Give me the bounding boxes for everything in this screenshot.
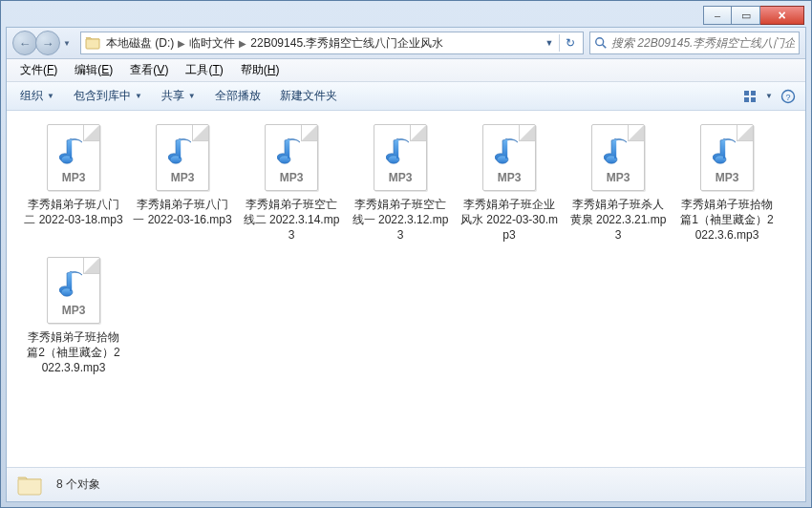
filetype-label: MP3 <box>171 171 195 190</box>
address-bar[interactable]: 本地磁盘 (D:) ▶ 临时文件 ▶ 22B09145.李秀娟空亡线八门企业风水… <box>80 32 584 54</box>
maximize-button[interactable]: ▭ <box>732 6 760 25</box>
close-button[interactable]: × <box>760 6 804 25</box>
chevron-down-icon: ▼ <box>188 92 196 100</box>
filetype-label: MP3 <box>607 171 630 190</box>
file-thumbnail: MP3 <box>482 124 536 191</box>
svg-rect-2 <box>744 91 749 95</box>
search-box[interactable] <box>589 32 800 54</box>
folder-icon <box>16 475 43 496</box>
music-note-icon <box>168 135 197 169</box>
menu-file[interactable]: 文件(F) <box>12 59 65 81</box>
svg-line-1 <box>603 45 607 49</box>
filename-label: 李秀娟弟子班杀人黄泉 2022.3.21.mp3 <box>568 197 668 243</box>
svg-rect-11 <box>179 139 181 159</box>
breadcrumb-2[interactable]: 22B09145.李秀娟空亡线八门企业风水 <box>250 35 443 52</box>
music-note-icon <box>277 135 306 169</box>
file-thumbnail: MP3 <box>47 257 100 324</box>
file-item[interactable]: MP3 李秀娟弟子班八门一 2022-03-16.mp3 <box>133 124 232 243</box>
svg-rect-19 <box>614 139 616 159</box>
breadcrumb-sep-icon: ▶ <box>239 38 246 49</box>
menu-help[interactable]: 帮助(H) <box>233 59 288 81</box>
search-input[interactable] <box>611 36 795 50</box>
chevron-down-icon: ▼ <box>135 92 142 100</box>
nav-row: ← → ▼ 本地磁盘 (D:) ▶ 临时文件 ▶ 22B09145.李秀娟空亡线… <box>7 28 805 59</box>
file-thumbnail: MP3 <box>374 124 427 191</box>
music-note-icon <box>604 135 632 169</box>
music-note-icon <box>495 135 524 169</box>
file-thumbnail: MP3 <box>156 124 209 191</box>
file-item[interactable]: MP3 李秀娟弟子班企业风水 2022-03-30.mp3 <box>459 124 559 243</box>
filetype-label: MP3 <box>716 171 739 190</box>
menu-edit[interactable]: 编辑(E) <box>67 59 120 81</box>
menu-view[interactable]: 查看(V) <box>122 59 176 81</box>
chevron-down-icon: ▼ <box>47 92 54 100</box>
breadcrumb-1[interactable]: 临时文件 <box>189 35 235 52</box>
forward-button[interactable]: → <box>35 31 60 55</box>
svg-rect-17 <box>505 139 507 159</box>
status-bar: 8 个对象 <box>7 467 805 501</box>
chevron-down-icon[interactable]: ▼ <box>765 92 773 100</box>
filename-label: 李秀娟弟子班拾物篇2（袖里藏金）2022.3.9.mp3 <box>24 329 123 376</box>
filetype-label: MP3 <box>498 171 522 190</box>
svg-rect-13 <box>288 139 289 159</box>
file-item[interactable]: MP3 李秀娟弟子班拾物篇2（袖里藏金）2022.3.9.mp3 <box>24 257 123 376</box>
svg-rect-23 <box>70 272 72 291</box>
svg-rect-3 <box>751 91 756 95</box>
search-icon <box>594 36 608 50</box>
nav-history-dropdown[interactable]: ▼ <box>63 39 75 48</box>
address-dropdown-icon[interactable]: ▼ <box>542 38 557 48</box>
svg-text:?: ? <box>785 92 790 101</box>
music-note-icon <box>713 135 741 169</box>
filetype-label: MP3 <box>280 171 304 190</box>
filename-label: 李秀娟弟子班企业风水 2022-03-30.mp3 <box>459 197 559 243</box>
music-note-icon <box>59 267 88 302</box>
breadcrumb-0[interactable]: 本地磁盘 (D:) <box>106 35 174 52</box>
file-thumbnail: MP3 <box>47 124 100 191</box>
separator <box>559 34 560 52</box>
file-thumbnail: MP3 <box>265 124 318 191</box>
svg-rect-15 <box>396 139 398 159</box>
svg-point-0 <box>596 38 604 46</box>
command-bar: 组织▼ 包含到库中▼ 共享▼ 全部播放 新建文件夹 ▼ ? <box>7 82 805 111</box>
music-note-icon <box>59 135 88 169</box>
cmd-include-in-library[interactable]: 包含到库中▼ <box>64 84 152 108</box>
svg-rect-21 <box>723 139 725 159</box>
breadcrumb-sep-icon: ▶ <box>178 38 185 49</box>
svg-rect-5 <box>751 97 756 102</box>
titlebar: – ▭ × <box>6 6 806 27</box>
file-item[interactable]: MP3 李秀娟弟子班空亡线一 2022.3.12.mp3 <box>351 124 450 243</box>
file-item[interactable]: MP3 李秀娟弟子班空亡线二 2022.3.14.mp3 <box>242 124 341 243</box>
file-grid: MP3 李秀娟弟子班八门二 2022-03-18.mp3 MP3 李秀娟弟子班八… <box>7 111 805 467</box>
filename-label: 李秀娟弟子班空亡线二 2022.3.14.mp3 <box>242 197 341 243</box>
help-button[interactable]: ? <box>780 89 796 104</box>
cmd-organize[interactable]: 组织▼ <box>11 84 64 108</box>
folder-icon <box>85 36 100 50</box>
window-controls: – ▭ × <box>703 6 804 25</box>
cmd-play-all[interactable]: 全部播放 <box>205 84 270 108</box>
filetype-label: MP3 <box>62 304 86 323</box>
svg-rect-9 <box>70 139 72 159</box>
filename-label: 李秀娟弟子班八门二 2022-03-18.mp3 <box>24 197 123 227</box>
music-note-icon <box>386 135 415 169</box>
nav-buttons: ← → ▼ <box>12 31 75 55</box>
view-options-button[interactable] <box>742 89 758 104</box>
cmd-new-folder[interactable]: 新建文件夹 <box>270 84 347 108</box>
status-text: 8 个对象 <box>56 476 100 493</box>
filetype-label: MP3 <box>389 171 413 190</box>
file-thumbnail: MP3 <box>700 124 754 191</box>
file-item[interactable]: MP3 李秀娟弟子班八门二 2022-03-18.mp3 <box>24 124 123 243</box>
filename-label: 李秀娟弟子班空亡线一 2022.3.12.mp3 <box>351 197 450 243</box>
cmd-share[interactable]: 共享▼ <box>152 84 205 108</box>
file-item[interactable]: MP3 李秀娟弟子班拾物篇1（袖里藏金）2022.3.6.mp3 <box>677 124 777 243</box>
window-inner: ← → ▼ 本地磁盘 (D:) ▶ 临时文件 ▶ 22B09145.李秀娟空亡线… <box>6 27 806 502</box>
filetype-label: MP3 <box>62 171 86 190</box>
menu-bar: 文件(F) 编辑(E) 查看(V) 工具(T) 帮助(H) <box>7 59 805 82</box>
refresh-button[interactable]: ↻ <box>562 36 579 50</box>
file-thumbnail: MP3 <box>591 124 645 191</box>
back-button[interactable]: ← <box>12 31 37 55</box>
explorer-window: – ▭ × ← → ▼ 本地磁盘 (D:) ▶ 临时文件 ▶ 22B09145 <box>0 0 812 508</box>
minimize-button[interactable]: – <box>703 6 732 25</box>
file-item[interactable]: MP3 李秀娟弟子班杀人黄泉 2022.3.21.mp3 <box>568 124 668 243</box>
filename-label: 李秀娟弟子班拾物篇1（袖里藏金）2022.3.6.mp3 <box>677 197 777 243</box>
menu-tools[interactable]: 工具(T) <box>178 59 230 81</box>
